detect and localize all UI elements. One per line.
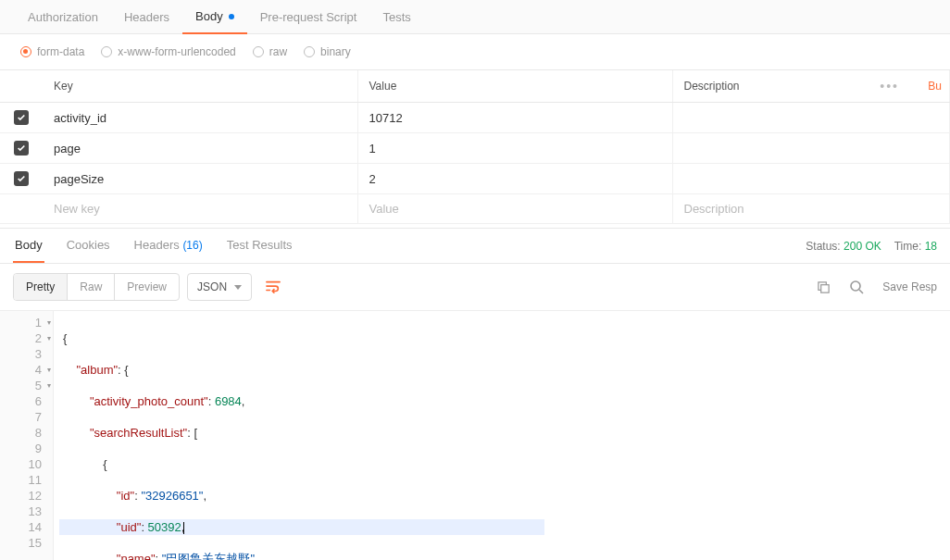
wrap-lines-button[interactable]	[259, 273, 287, 301]
headers-count: (16)	[182, 239, 202, 252]
bulk-edit-button[interactable]: Bu	[928, 80, 942, 93]
resp-tab-headers[interactable]: Headers (16)	[132, 229, 205, 263]
key-cell[interactable]: page	[43, 133, 357, 164]
col-description[interactable]: Description ••• Bu	[672, 70, 950, 103]
response-toolbar: Pretty Raw Preview JSON Save Resp	[0, 264, 950, 310]
chevron-down-icon	[234, 285, 242, 290]
tab-body-label: Body	[195, 9, 223, 23]
checkbox-checked-icon[interactable]	[14, 110, 29, 125]
svg-line-3	[859, 290, 863, 293]
tab-tests[interactable]: Tests	[369, 0, 423, 33]
desc-cell[interactable]	[672, 133, 950, 164]
radio-icon	[101, 46, 112, 57]
save-response-button[interactable]: Save Resp	[877, 280, 937, 293]
resp-tab-body[interactable]: Body	[13, 229, 44, 263]
text-cursor-icon	[183, 522, 184, 534]
body-type-radios: form-data x-www-form-urlencoded raw bina…	[0, 34, 950, 70]
radio-label: x-www-form-urlencoded	[118, 45, 235, 58]
svg-point-2	[851, 281, 860, 291]
view-pretty-button[interactable]: Pretty	[14, 274, 68, 300]
tab-prerequest[interactable]: Pre-request Script	[247, 0, 370, 33]
radio-icon	[253, 46, 264, 57]
resp-tab-headers-label: Headers	[134, 238, 180, 252]
line-gutter: 1 2 3 4 5 6 7 8 9 10 11 12 13 14 15	[0, 311, 54, 560]
time-value: 18	[925, 240, 937, 253]
value-cell[interactable]: 10712	[357, 103, 672, 133]
format-select[interactable]: JSON	[187, 273, 252, 301]
key-cell[interactable]: pageSize	[43, 164, 357, 194]
resp-tab-cookies[interactable]: Cookies	[65, 229, 112, 263]
radio-binary[interactable]: binary	[304, 45, 351, 58]
svg-rect-1	[820, 284, 828, 292]
radio-checked-icon	[20, 46, 31, 57]
time-label: Time:	[894, 240, 922, 253]
new-value-input[interactable]: Value	[357, 194, 672, 224]
radio-urlencoded[interactable]: x-www-form-urlencoded	[101, 45, 235, 58]
value-cell[interactable]: 1	[357, 133, 672, 164]
more-options-icon[interactable]: •••	[880, 79, 899, 93]
radio-label: form-data	[37, 45, 84, 58]
copy-button[interactable]	[810, 274, 836, 300]
table-row[interactable]: page 1	[0, 133, 950, 164]
resp-tab-testresults[interactable]: Test Results	[225, 229, 294, 263]
view-preview-button[interactable]: Preview	[115, 274, 179, 300]
table-row[interactable]: activity_id 10712	[0, 103, 950, 133]
tab-authorization[interactable]: Authorization	[15, 0, 111, 33]
format-select-label: JSON	[197, 280, 227, 293]
response-meta: Status: 200 OK Time: 18	[806, 240, 937, 253]
status-label: Status:	[806, 240, 840, 253]
radio-label: raw	[269, 45, 287, 58]
status-value: 200 OK	[844, 240, 881, 253]
checkbox-checked-icon[interactable]	[14, 141, 29, 156]
value-cell[interactable]: 2	[357, 164, 672, 194]
code-content[interactable]: { "album": { "activity_photo_count": 698…	[54, 311, 544, 560]
tab-headers[interactable]: Headers	[111, 0, 182, 33]
view-mode-buttons: Pretty Raw Preview	[13, 273, 180, 301]
radio-raw[interactable]: raw	[253, 45, 287, 58]
form-data-table: Key Value Description ••• Bu activity_id…	[0, 70, 950, 224]
radio-icon	[304, 46, 315, 57]
key-cell[interactable]: activity_id	[43, 103, 357, 133]
response-bar: Body Cookies Headers (16) Test Results S…	[0, 228, 950, 264]
col-value[interactable]: Value	[357, 70, 672, 103]
radio-form-data[interactable]: form-data	[20, 45, 84, 58]
new-desc-input[interactable]: Description	[672, 194, 950, 224]
response-tabs: Body Cookies Headers (16) Test Results	[13, 229, 294, 263]
unsaved-dot-icon	[229, 14, 234, 19]
col-desc-label: Description	[684, 80, 740, 93]
col-key[interactable]: Key	[43, 70, 357, 103]
desc-cell[interactable]	[672, 164, 950, 194]
search-button[interactable]	[844, 274, 869, 300]
table-row[interactable]: pageSize 2	[0, 164, 950, 194]
desc-cell[interactable]	[672, 103, 950, 133]
table-new-row[interactable]: New key Value Description	[0, 194, 950, 224]
view-raw-button[interactable]: Raw	[68, 274, 115, 300]
checkbox-checked-icon[interactable]	[14, 171, 29, 186]
response-body-editor[interactable]: 1 2 3 4 5 6 7 8 9 10 11 12 13 14 15 { "a…	[0, 310, 950, 560]
new-key-input[interactable]: New key	[43, 194, 357, 224]
radio-label: binary	[320, 45, 351, 58]
request-tabs: Authorization Headers Body Pre-request S…	[0, 0, 950, 34]
tab-body[interactable]: Body	[182, 0, 247, 34]
